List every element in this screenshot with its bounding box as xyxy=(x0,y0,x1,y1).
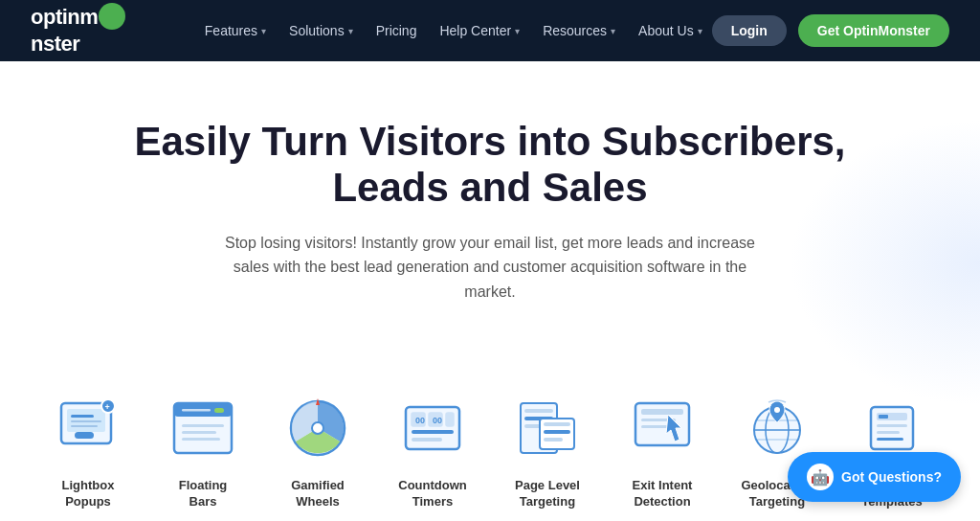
feature-countdown[interactable]: 00 00 CountdownTimers xyxy=(375,390,490,510)
svg-text:00: 00 xyxy=(415,416,425,425)
logo[interactable]: optinmnster xyxy=(31,5,157,57)
svg-rect-3 xyxy=(71,420,101,422)
hero-subtext: Stop losing visitors! Instantly grow you… xyxy=(222,231,758,305)
feature-wheel[interactable]: GamifiedWheels xyxy=(260,390,375,510)
chat-avatar-icon: 🤖 xyxy=(807,464,834,490)
svg-rect-21 xyxy=(446,413,454,426)
floating-bars-label: FloatingBars xyxy=(179,478,228,510)
navbar: optinmnster Features ▾ Solutions ▾ Prici… xyxy=(0,0,980,61)
nav-solutions[interactable]: Solutions ▾ xyxy=(279,15,363,46)
feature-targeting[interactable]: Page LevelTargeting xyxy=(490,390,605,510)
svg-rect-4 xyxy=(71,425,98,427)
logo-text: optinmnster xyxy=(31,5,157,57)
svg-text:00: 00 xyxy=(433,416,442,425)
chat-widget[interactable]: 🤖 Got Questions? xyxy=(788,452,961,502)
nav-links: Features ▾ Solutions ▾ Pricing Help Cent… xyxy=(195,15,712,46)
svg-rect-49 xyxy=(877,438,903,441)
svg-rect-48 xyxy=(877,431,900,434)
nav-help-center[interactable]: Help Center ▾ xyxy=(430,15,529,46)
get-optinmonster-button[interactable]: Get OptinMonster xyxy=(798,14,949,47)
svg-rect-31 xyxy=(544,422,570,426)
page-targeting-label: Page LevelTargeting xyxy=(515,478,580,510)
svg-rect-2 xyxy=(71,415,94,418)
svg-rect-47 xyxy=(877,424,907,427)
svg-rect-22 xyxy=(412,430,454,434)
logo-monster-icon xyxy=(99,3,125,30)
svg-rect-23 xyxy=(412,438,442,442)
nav-about-us[interactable]: About Us ▾ xyxy=(629,15,712,46)
svg-rect-32 xyxy=(544,430,570,434)
nav-resources[interactable]: Resources ▾ xyxy=(533,15,625,46)
countdown-timers-icon: 00 00 xyxy=(394,390,471,466)
svg-rect-13 xyxy=(182,431,216,434)
chat-label: Got Questions? xyxy=(841,469,942,485)
nav-pricing[interactable]: Pricing xyxy=(367,15,427,46)
nav-actions: Login Get OptinMonster xyxy=(712,14,949,47)
svg-rect-50 xyxy=(879,415,888,419)
floating-bars-icon xyxy=(165,390,241,466)
svg-rect-37 xyxy=(641,425,668,428)
chevron-down-icon: ▾ xyxy=(261,26,266,36)
login-button[interactable]: Login xyxy=(712,15,787,46)
page-level-targeting-icon xyxy=(509,390,586,466)
lightbox-label: LightboxPopups xyxy=(62,478,115,510)
svg-point-16 xyxy=(312,422,323,434)
svg-rect-33 xyxy=(544,438,563,442)
svg-rect-27 xyxy=(524,409,553,413)
hero-section: Easily Turn Visitors into Subscribers, L… xyxy=(0,61,980,371)
hero-heading: Easily Turn Visitors into Subscribers, L… xyxy=(98,119,882,212)
svg-rect-10 xyxy=(182,409,211,412)
svg-text:+: + xyxy=(105,402,110,412)
chevron-down-icon: ▾ xyxy=(611,26,615,36)
svg-rect-12 xyxy=(182,424,224,427)
svg-rect-11 xyxy=(214,408,224,413)
svg-point-44 xyxy=(774,407,780,413)
feature-floating[interactable]: FloatingBars xyxy=(145,390,260,510)
exit-intent-icon xyxy=(624,390,701,466)
svg-rect-14 xyxy=(182,438,220,441)
chevron-down-icon: ▾ xyxy=(515,26,520,36)
chevron-down-icon: ▾ xyxy=(348,26,353,36)
svg-rect-35 xyxy=(641,409,683,415)
feature-lightbox[interactable]: + LightboxPopups xyxy=(31,390,145,510)
chevron-down-icon: ▾ xyxy=(698,26,702,36)
lightbox-icon: + xyxy=(50,390,126,466)
gamified-wheels-label: GamifiedWheels xyxy=(291,478,345,510)
nav-features[interactable]: Features ▾ xyxy=(195,15,276,46)
svg-rect-5 xyxy=(75,432,94,439)
feature-exit[interactable]: Exit IntentDetection xyxy=(605,390,720,510)
exit-intent-label: Exit IntentDetection xyxy=(633,478,693,510)
countdown-timers-label: CountdownTimers xyxy=(398,478,466,510)
gamified-wheels-icon xyxy=(279,390,356,466)
